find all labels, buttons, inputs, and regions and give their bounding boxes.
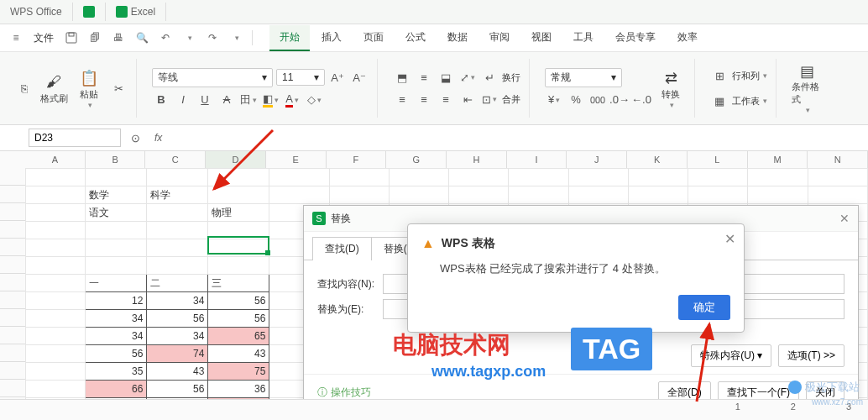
tab-efficiency[interactable]: 效率 [667,25,708,51]
col-D[interactable]: D [206,151,266,168]
cancel-formula-icon[interactable]: ⊙ [126,129,144,147]
col-J[interactable]: J [567,151,627,168]
border-button[interactable]: 田 [239,91,258,109]
row-hdr[interactable] [0,203,25,221]
row-hdr[interactable] [0,362,25,380]
font-size-select[interactable]: 11▾ [276,69,325,86]
bold-button[interactable]: B [152,91,170,109]
inc-decimal-icon[interactable]: .0→ [610,91,629,109]
row-hdr[interactable] [0,309,25,327]
worksheet-button[interactable]: ▦工作表▾ [710,92,767,110]
align-right-icon[interactable]: ≡ [437,90,455,108]
align-center-icon[interactable]: ≡ [415,90,433,108]
tab-page[interactable]: 页面 [353,25,394,51]
italic-button[interactable]: I [174,91,192,109]
app-tab-wps[interactable]: WPS Office [0,3,73,21]
rowcol-button[interactable]: ⊞行和列▾ [710,66,767,85]
special-button[interactable]: 特殊内容(U) ▾ [691,344,771,367]
tab-find[interactable]: 查找(D) [312,237,371,260]
align-bottom-icon[interactable]: ⬓ [437,68,455,87]
number-format-select[interactable]: 常规▾ [545,68,622,87]
ok-button[interactable]: 确定 [678,295,730,320]
format-painter-button[interactable]: 🖌格式刷 [39,63,69,113]
col-C[interactable]: C [145,151,206,168]
currency-icon[interactable]: ¥ [545,91,563,109]
row-hdr[interactable] [0,186,25,203]
row-hdr[interactable] [0,239,25,256]
row-hdr[interactable] [0,168,25,186]
comma-icon[interactable]: 000 [588,91,607,109]
col-H[interactable]: H [447,151,507,168]
underline-button[interactable]: U [196,91,214,109]
save-icon[interactable] [62,29,81,47]
merge-button[interactable]: ⊡ [480,90,499,108]
app-tab-xlsx[interactable]: Excel [106,3,166,21]
clear-format-button[interactable]: ◇ [305,91,323,109]
fill-color-button[interactable]: ◧ [261,91,280,109]
col-I[interactable]: I [507,151,567,168]
row-hdr[interactable] [0,380,25,397]
orientation-icon[interactable]: ⤢ [458,68,477,87]
col-M[interactable]: M [748,151,808,168]
col-K[interactable]: K [627,151,688,168]
grow-font-icon[interactable]: A⁺ [328,68,347,87]
row-hdr[interactable] [0,291,25,309]
dec-decimal-icon[interactable]: ←.0 [632,91,651,109]
shrink-font-icon[interactable]: A⁻ [350,68,369,87]
formula-input[interactable] [167,129,861,146]
col-B[interactable]: B [86,151,146,168]
wrap-button[interactable]: ↵ [480,68,499,87]
align-top-icon[interactable]: ⬒ [393,68,411,87]
tab-insert[interactable]: 插入 [311,25,352,51]
find-label: 查找内容(N): [317,277,376,291]
tab-data[interactable]: 数据 [437,25,478,51]
options-button[interactable]: 选项(T) >> [778,344,844,367]
close-icon[interactable]: ✕ [839,212,850,225]
name-box[interactable] [29,129,121,147]
app-tab-doc[interactable] [73,3,106,21]
paste-button[interactable]: 📋粘贴 [74,63,104,113]
redo-dropdown[interactable] [227,29,245,47]
cut-icon[interactable]: ✂ [109,79,128,97]
tab-view[interactable]: 视图 [521,25,562,51]
cell: 75 [208,363,269,381]
tab-review[interactable]: 审阅 [479,25,520,51]
align-left-icon[interactable]: ≡ [393,90,411,108]
row-hdr[interactable] [0,344,25,362]
fx-icon[interactable]: fx [154,132,162,144]
col-E[interactable]: E [266,151,327,168]
file-menu[interactable]: 文件 [34,31,54,45]
col-L[interactable]: L [688,151,748,168]
undo-dropdown[interactable] [180,29,198,47]
col-G[interactable]: G [386,151,447,168]
saveas-icon[interactable]: 🗐 [86,29,104,47]
redo-icon[interactable]: ↷ [203,29,222,47]
cell: 56 [208,292,269,310]
cond-format-button[interactable]: ▤条件格式 [792,63,822,113]
undo-icon[interactable]: ↶ [156,29,175,47]
strike-button[interactable]: A [217,91,236,109]
align-middle-icon[interactable]: ≡ [415,68,433,87]
percent-icon[interactable]: % [567,91,585,109]
print-icon[interactable]: 🖶 [109,29,128,47]
col-A[interactable]: A [25,151,86,168]
tab-start[interactable]: 开始 [269,25,310,51]
indent-dec-icon[interactable]: ⇤ [458,90,477,108]
copy-icon[interactable]: ⎘ [15,79,34,97]
tab-formula[interactable]: 公式 [395,25,436,51]
col-F[interactable]: F [327,151,387,168]
preview-icon[interactable]: 🔍 [133,29,151,47]
tab-vip[interactable]: 会员专享 [605,25,666,51]
close-icon[interactable]: ✕ [724,231,735,247]
tab-tools[interactable]: 工具 [563,25,604,51]
font-select[interactable]: 等线▾ [152,68,273,87]
menu-icon[interactable]: ≡ [7,29,25,47]
col-N[interactable]: N [808,151,868,168]
row-hdr[interactable] [0,327,25,344]
row-hdr[interactable] [0,256,25,274]
convert-button[interactable]: ⇄转换 [656,63,686,113]
font-color-button[interactable]: A [283,91,301,109]
row-hdr[interactable] [0,274,25,291]
titlebar: WPS Office Excel [0,0,868,24]
row-hdr[interactable] [0,221,25,239]
